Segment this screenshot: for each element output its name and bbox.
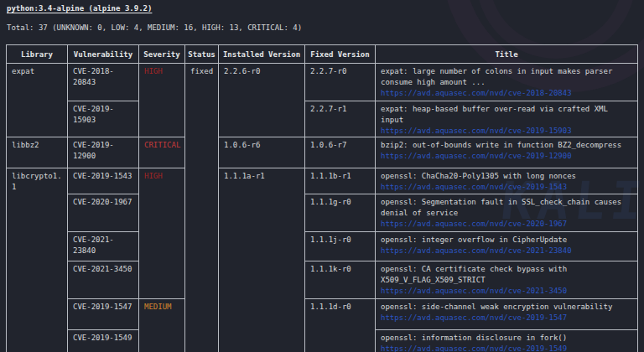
severity-badge: MEDIUM [139, 299, 185, 352]
fixed-version-cell: 1.0.6-r7 [305, 137, 376, 168]
title-cell: openssl: CA certificate check bypass wit… [376, 261, 638, 299]
column-header-status: Status [185, 45, 219, 64]
fixed-version-cell: 1.1.1j-r0 [305, 232, 376, 261]
vuln-link[interactable]: https://avd.aquasec.com/nvd/cve-2020-196… [381, 219, 634, 230]
column-header-title: Title [376, 45, 638, 64]
fixed-version-cell: 2.2.7-r1 [305, 101, 376, 137]
library-cell: libcrypto1.1 [7, 168, 68, 352]
installed-version-cell: 2.2.6-r0 [219, 64, 305, 137]
vuln-link[interactable]: https://avd.aquasec.com/nvd/cve-2018-208… [381, 88, 634, 99]
severity-badge: CRITICAL [139, 137, 185, 168]
cve-cell: CVE-2021-3450 [68, 261, 139, 299]
column-header-vulnerability: Vulnerability [68, 45, 139, 64]
title-cell: bzip2: out-of-bounds write in function B… [376, 137, 638, 168]
cve-cell: CVE-2021-23840 [68, 232, 139, 261]
table-row: CVE-2019-15903 2.2.7-r1 expat: heap-base… [7, 101, 638, 137]
vuln-title: openssl: CA certificate check bypass wit… [381, 264, 634, 286]
severity-badge: HIGH [139, 64, 185, 137]
table-row: expat CVE-2018-20843 HIGH fixed 2.2.6-r0… [7, 64, 638, 101]
vuln-title: openssl: Segmentation fault in SSL_check… [381, 197, 634, 219]
table-row: libcrypto1.1 CVE-2019-1543 HIGH 1.1.1a-r… [7, 168, 638, 194]
vuln-link[interactable]: https://avd.aquasec.com/nvd/cve-2019-129… [381, 151, 634, 162]
status-cell: fixed [185, 64, 219, 352]
cve-cell: CVE-2020-1967 [68, 194, 139, 232]
table-header-row: Library Vulnerability Severity Status In… [7, 45, 638, 64]
fixed-version-cell: 2.2.7-r0 [305, 64, 376, 101]
fixed-version-cell: 1.1.1b-r1 [305, 168, 376, 194]
table-row: CVE-2020-1967 1.1.1g-r0 openssl: Segment… [7, 194, 638, 232]
severity-badge: HIGH [139, 168, 185, 299]
fixed-version-cell: 1.1.1g-r0 [305, 194, 376, 232]
cve-cell: CVE-2019-1549 [68, 330, 139, 352]
vuln-title: openssl: side-channel weak encryption vu… [381, 302, 634, 313]
title-cell: openssl: information disclosure in fork(… [376, 330, 638, 352]
installed-version-cell: 1.1.1a-r1 [219, 168, 305, 352]
title-cell: openssl: side-channel weak encryption vu… [376, 299, 638, 330]
vuln-link[interactable]: https://avd.aquasec.com/nvd/cve-2019-154… [381, 344, 634, 352]
vuln-link[interactable]: https://avd.aquasec.com/nvd/cve-2019-154… [381, 313, 634, 324]
vuln-link[interactable]: https://avd.aquasec.com/nvd/cve-2021-345… [381, 286, 634, 297]
vuln-title: openssl: ChaCha20-Poly1305 with long non… [381, 171, 634, 182]
vuln-title: expat: heap-based buffer over-read via c… [381, 104, 634, 126]
table-row: libbz2 CVE-2019-12900 CRITICAL 1.0.6-r6 … [7, 137, 638, 168]
vuln-title: openssl: integer overflow in CipherUpdat… [381, 235, 634, 246]
vuln-link[interactable]: https://avd.aquasec.com/nvd/cve-2019-154… [381, 182, 634, 193]
cve-cell: CVE-2019-12900 [68, 137, 139, 168]
vuln-link[interactable]: https://avd.aquasec.com/nvd/cve-2019-159… [381, 126, 634, 137]
installed-version-cell: 1.0.6-r6 [219, 137, 305, 168]
image-title-line: python:3.4-alpine (alpine 3.9.2) [7, 4, 152, 13]
table-row: CVE-2021-3450 1.1.1k-r0 openssl: CA cert… [7, 261, 638, 299]
column-header-severity: Severity [139, 45, 185, 64]
fixed-version-cell: 1.1.1k-r0 [305, 261, 376, 299]
library-cell: libbz2 [7, 137, 68, 168]
table-row: CVE-2021-23840 1.1.1j-r0 openssl: intege… [7, 232, 638, 261]
title-cell: openssl: Segmentation fault in SSL_check… [376, 194, 638, 232]
library-cell: expat [7, 64, 68, 137]
title-cell: expat: large number of colons in input m… [376, 64, 638, 101]
cve-cell: CVE-2019-1547 [68, 299, 139, 330]
vuln-title: expat: large number of colons in input m… [381, 66, 634, 88]
title-cell: openssl: integer overflow in CipherUpdat… [376, 232, 638, 261]
scan-summary-line: Total: 37 (UNKNOWN: 0, LOW: 4, MEDIUM: 1… [7, 23, 302, 32]
title-cell: openssl: ChaCha20-Poly1305 with long non… [376, 168, 638, 194]
vuln-link[interactable]: https://avd.aquasec.com/nvd/cve-2021-238… [381, 246, 634, 256]
vulnerability-table: Library Vulnerability Severity Status In… [6, 44, 638, 352]
terminal-screen: { "terminal": { "title_line": "python:3.… [0, 0, 644, 352]
fixed-version-cell: 1.1.1d-r0 [305, 299, 376, 352]
table-row: CVE-2019-1547 MEDIUM 1.1.1d-r0 openssl: … [7, 299, 638, 330]
cve-cell: CVE-2018-20843 [68, 64, 139, 101]
title-cell: expat: heap-based buffer over-read via c… [376, 101, 638, 137]
vuln-title: bzip2: out-of-bounds write in function B… [381, 140, 634, 151]
column-header-fixed-version: Fixed Version [305, 45, 376, 64]
cve-cell: CVE-2019-15903 [68, 101, 139, 137]
column-header-library: Library [7, 45, 68, 64]
column-header-installed-version: Installed Version [219, 45, 305, 64]
cve-cell: CVE-2019-1543 [68, 168, 139, 194]
vuln-title: openssl: information disclosure in fork(… [381, 333, 634, 344]
